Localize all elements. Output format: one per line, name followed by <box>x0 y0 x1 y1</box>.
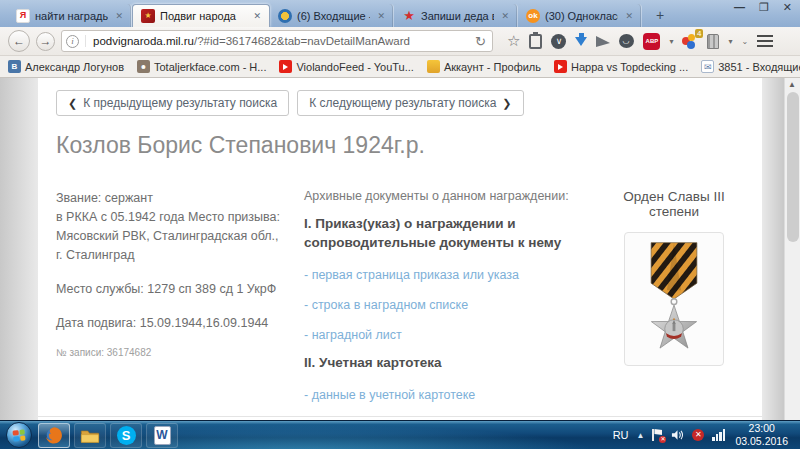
toolbar-icons: ☆ ∨ ABP ▾ 4 ▾ ⌄ <box>507 32 773 50</box>
tab-close-icon[interactable]: ✕ <box>251 11 263 21</box>
tab-label: Запиши деда в полк... <box>421 10 494 22</box>
forward-button[interactable]: → <box>36 32 55 51</box>
bookmark-vk[interactable]: BАлександр Логунов <box>8 60 124 73</box>
adblock-caret-icon[interactable]: ▾ <box>669 37 673 46</box>
language-indicator[interactable]: RU <box>613 429 629 441</box>
tab-inbox-6[interactable]: (6) Входящие - logu... ✕ <box>270 4 394 27</box>
start-button[interactable] <box>6 422 32 448</box>
action-center-icon[interactable]: ✕ <box>652 429 663 441</box>
explorer-folder-icon <box>80 427 100 444</box>
tab-polk[interactable]: ★ Запиши деда в полк... ✕ <box>394 4 518 27</box>
archive-section-2: II. Учетная картотека <box>304 353 584 372</box>
reload-icon[interactable]: ↻ <box>475 34 488 49</box>
tab-podvig-naroda[interactable]: ★ Подвиг народа ✕ <box>132 4 270 27</box>
download-icon[interactable] <box>575 37 587 46</box>
link-order-first-page[interactable]: - первая страница приказа или указа <box>304 268 604 282</box>
archive-heading: Архивные документы о данном награждении: <box>304 189 604 203</box>
red-star-icon: ★ <box>402 9 416 23</box>
addon-badge-icon[interactable]: 4 <box>682 33 698 49</box>
tab-label: Подвиг народа <box>160 10 246 22</box>
recruit-line-3: г. Сталинград <box>56 246 290 265</box>
taskbar-word-button[interactable]: W <box>146 423 178 448</box>
close-button[interactable]: ✕ <box>783 1 792 14</box>
record-number: № записи: 36174682 <box>56 343 290 362</box>
pocket-icon[interactable]: ∨ <box>551 34 566 49</box>
link-award-sheet[interactable]: - наградной лист <box>304 328 604 342</box>
bookmark-account[interactable]: Аккаунт - Профиль <box>427 60 541 73</box>
archive-addon-icon[interactable] <box>707 34 719 49</box>
security-alert-icon[interactable]: ✕ <box>692 429 704 441</box>
site-info-icon[interactable]: i <box>66 35 79 48</box>
archive-documents: Архивные документы о данном награждении:… <box>304 189 604 402</box>
bookmark-youtube-2[interactable]: Happa vs Topdecking ... <box>554 60 688 73</box>
tray-expand-icon[interactable]: ▲ <box>637 431 645 440</box>
firefox-icon <box>44 425 64 445</box>
chat-icon[interactable] <box>619 34 634 48</box>
link-card-file-data[interactable]: - данные в учетной картотеке <box>304 388 604 402</box>
person-details: Звание: сержант в РККА с 05.1942 года Ме… <box>56 189 290 402</box>
bookmark-star-icon[interactable]: ☆ <box>507 32 520 50</box>
totaljerkface-icon: ☻ <box>137 60 150 73</box>
mail-ring-icon <box>278 9 292 23</box>
volume-icon[interactable] <box>671 429 684 441</box>
scrollbar-thumb[interactable] <box>787 92 799 242</box>
link-award-list-row[interactable]: - строка в наградном списке <box>304 298 604 312</box>
taskbar-firefox-button[interactable] <box>38 423 70 448</box>
service-place: Место службы: 1279 сп 389 сд 1 УкрФ <box>56 280 290 299</box>
back-button[interactable]: ← <box>8 30 30 52</box>
tab-label: (30) Одноклассники <box>545 10 618 22</box>
odnoklassniki-icon: ok <box>526 9 540 23</box>
page-viewport: ❮ К предыдущему результату поиска К след… <box>0 78 800 420</box>
archive-section-1: I. Приказ(указ) о награждении и сопровод… <box>304 214 584 252</box>
detail-columns: Звание: сержант в РККА с 05.1942 года Ме… <box>56 189 744 402</box>
word-icon: W <box>154 426 171 445</box>
windows-taskbar: S W RU ▲ ✕ ✕ 23:00 03.05.201 <box>0 420 800 449</box>
browser-window: Я найти награды учас... ✕ ★ Подвиг народ… <box>0 0 800 449</box>
clock-time: 23:00 <box>749 422 775 434</box>
send-icon[interactable] <box>596 36 610 47</box>
tab-odnoklassniki[interactable]: ok (30) Одноклассники ✕ <box>518 4 642 27</box>
tab-close-icon[interactable]: ✕ <box>623 11 635 21</box>
window-controls: — ❐ ✕ <box>734 1 792 14</box>
tab-close-icon[interactable]: ✕ <box>375 11 387 21</box>
order-of-glory-medal-icon <box>630 237 718 361</box>
bookmark-totaljerkface[interactable]: ☻Totaljerkface.com - H... <box>137 60 266 73</box>
clipboard-icon[interactable] <box>529 34 542 49</box>
bookmark-yandex-mail[interactable]: ✉3851 - Входящие — Я... <box>701 60 800 73</box>
page-content: ❮ К предыдущему результату поиска К след… <box>38 78 762 420</box>
youtube-icon <box>554 60 567 73</box>
skype-icon: S <box>117 426 136 445</box>
page-left-margin <box>0 78 38 420</box>
minimize-button[interactable]: — <box>734 1 745 14</box>
prev-result-button[interactable]: ❮ К предыдущему результату поиска <box>56 90 289 116</box>
vk-icon: B <box>8 60 21 73</box>
clock-date: 03.05.2016 <box>735 435 788 447</box>
podvig-emblem-icon: ★ <box>141 9 155 23</box>
network-signal-icon[interactable] <box>712 429 725 441</box>
url-text[interactable]: podvignaroda.mil.ru/?#id=36174682&tab=na… <box>85 35 469 47</box>
scroll-up-icon[interactable]: ▲ <box>788 80 796 89</box>
dropdown-caret-icon[interactable]: ▾ <box>728 37 732 46</box>
menu-icon[interactable] <box>757 35 773 47</box>
order-of-glory-image <box>624 232 724 366</box>
chevron-down-icon[interactable]: ⌄ <box>741 37 748 46</box>
tab-awards-search[interactable]: Я найти награды учас... ✕ <box>8 4 132 27</box>
vertical-scrollbar[interactable]: ▲ <box>784 78 800 420</box>
page-right-margin <box>762 78 784 420</box>
yandex-icon: Я <box>16 9 30 23</box>
new-tab-button[interactable]: + <box>650 7 670 23</box>
envelope-icon: ✉ <box>701 60 714 73</box>
taskbar-explorer-button[interactable] <box>74 423 106 448</box>
bookmark-youtube-1[interactable]: ViolandoFeed - YouTu... <box>279 60 413 73</box>
taskbar-clock[interactable]: 23:00 03.05.2016 <box>733 422 796 448</box>
adblock-icon[interactable]: ABP <box>643 33 660 50</box>
recruit-line-2: Мясовский РВК, Сталинградская обл., <box>56 227 290 246</box>
address-bar[interactable]: i podvignaroda.mil.ru/?#id=36174682&tab=… <box>61 30 493 52</box>
maximize-button[interactable]: ❐ <box>759 1 769 14</box>
addon-badge-count: 4 <box>695 29 703 38</box>
feat-date: Дата подвига: 15.09.1944,16.09.1944 <box>56 314 290 333</box>
tab-close-icon[interactable]: ✕ <box>113 11 125 21</box>
next-result-button[interactable]: К следующему результату поиска ❯ <box>297 90 523 116</box>
taskbar-skype-button[interactable]: S <box>110 423 142 448</box>
tab-close-icon[interactable]: ✕ <box>499 11 511 21</box>
